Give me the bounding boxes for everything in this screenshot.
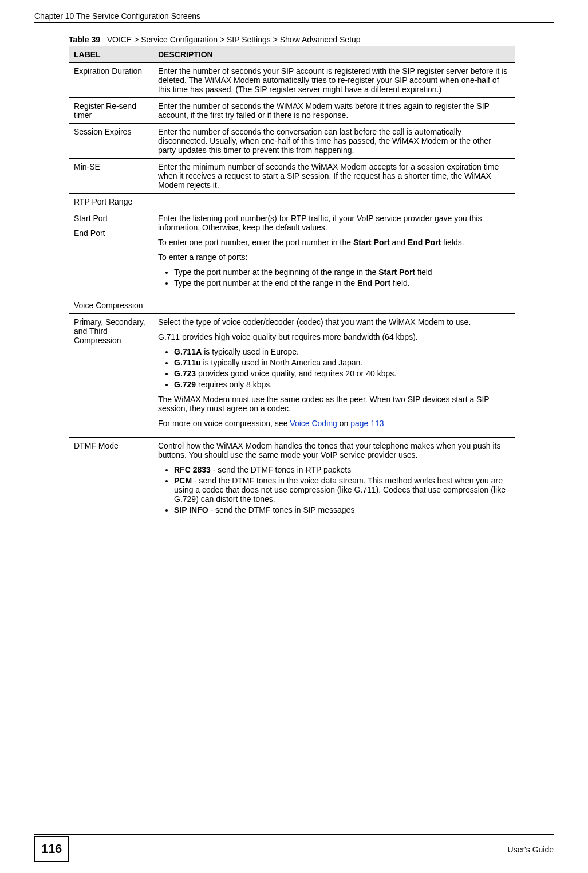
- table-row: Register Re-send timer Enter the number …: [69, 98, 515, 124]
- table-row: Start Port End Port Enter the listening …: [69, 210, 515, 297]
- table-caption-text: VOICE > Service Configuration > SIP Sett…: [107, 35, 361, 44]
- ports-single: To enter one port number, enter the port…: [158, 238, 510, 247]
- col-header-description: DESCRIPTION: [153, 46, 515, 63]
- compression-g711: G.711 provides high voice quality but re…: [158, 332, 510, 341]
- link-page-113[interactable]: page 113: [350, 419, 384, 428]
- list-item: Type the port number at the end of the r…: [174, 278, 510, 288]
- ports-range-intro: To enter a range of ports:: [158, 253, 510, 262]
- table-row: DTMF Mode Control how the WiMAX Modem ha…: [69, 438, 515, 524]
- port-label-start: Start Port: [74, 214, 148, 223]
- row-label: Primary, Secondary, and Third Compressio…: [69, 314, 153, 438]
- table-number: Table 39: [69, 35, 100, 44]
- ports-intro: Enter the listening port number(s) for R…: [158, 214, 510, 232]
- dtmf-intro: Control how the WiMAX Modem handles the …: [158, 441, 510, 459]
- table-caption: Table 39 VOICE > Service Configuration >…: [69, 35, 554, 44]
- ports-range-list: Type the port number at the beginning of…: [158, 268, 510, 288]
- page-number: 116: [34, 836, 69, 862]
- list-item: PCM - send the DTMF tones in the voice d…: [174, 476, 510, 504]
- footer-guide-label: User's Guide: [508, 845, 554, 854]
- table-row: Primary, Secondary, and Third Compressio…: [69, 314, 515, 438]
- row-label: Start Port End Port: [69, 210, 153, 297]
- compression-list: G.711A is typically used in Europe. G.71…: [158, 347, 510, 389]
- page-footer: 116 User's Guide: [0, 834, 588, 862]
- row-label: Session Expires: [69, 124, 153, 159]
- port-label-end: End Port: [74, 229, 148, 238]
- row-desc: Enter the minimum number of seconds the …: [153, 159, 515, 194]
- table-row: Expiration Duration Enter the number of …: [69, 63, 515, 98]
- link-voice-coding[interactable]: Voice Coding: [290, 419, 337, 428]
- list-item: SIP INFO - send the DTMF tones in SIP me…: [174, 505, 510, 514]
- compression-intro: Select the type of voice coder/decoder (…: [158, 317, 510, 327]
- row-desc: Enter the number of seconds your SIP acc…: [153, 63, 515, 98]
- row-label: Expiration Duration: [69, 63, 153, 98]
- row-label: Min-SE: [69, 159, 153, 194]
- list-item: Type the port number at the beginning of…: [174, 268, 510, 277]
- list-item: RFC 2833 - send the DTMF tones in RTP pa…: [174, 465, 510, 474]
- table-row: Session Expires Enter the number of seco…: [69, 124, 515, 159]
- row-desc: Enter the number of seconds the WiMAX Mo…: [153, 98, 515, 124]
- section-header: RTP Port Range: [69, 194, 515, 210]
- col-header-label: LABEL: [69, 46, 153, 63]
- row-desc: Enter the number of seconds the conversa…: [153, 124, 515, 159]
- row-label: Register Re-send timer: [69, 98, 153, 124]
- section-header: Voice Compression: [69, 297, 515, 314]
- settings-table: LABEL DESCRIPTION Expiration Duration En…: [69, 46, 515, 524]
- section-row-rtp: RTP Port Range: [69, 194, 515, 210]
- list-item: G.711u is typically used in North Americ…: [174, 358, 510, 367]
- table-row: Min-SE Enter the minimum number of secon…: [69, 159, 515, 194]
- compression-peer: The WiMAX Modem must use the same codec …: [158, 395, 510, 413]
- row-label: DTMF Mode: [69, 438, 153, 524]
- dtmf-list: RFC 2833 - send the DTMF tones in RTP pa…: [158, 465, 510, 514]
- list-item: G.729 requires only 8 kbps.: [174, 380, 510, 389]
- list-item: G.711A is typically used in Europe.: [174, 347, 510, 356]
- row-desc: Control how the WiMAX Modem handles the …: [153, 438, 515, 524]
- chapter-header: Chapter 10 The Service Configuration Scr…: [34, 11, 554, 23]
- list-item: G.723 provides good voice quality, and r…: [174, 369, 510, 378]
- compression-seealso: For more on voice compression, see Voice…: [158, 419, 510, 428]
- row-desc: Enter the listening port number(s) for R…: [153, 210, 515, 297]
- section-row-voice: Voice Compression: [69, 297, 515, 314]
- row-desc: Select the type of voice coder/decoder (…: [153, 314, 515, 438]
